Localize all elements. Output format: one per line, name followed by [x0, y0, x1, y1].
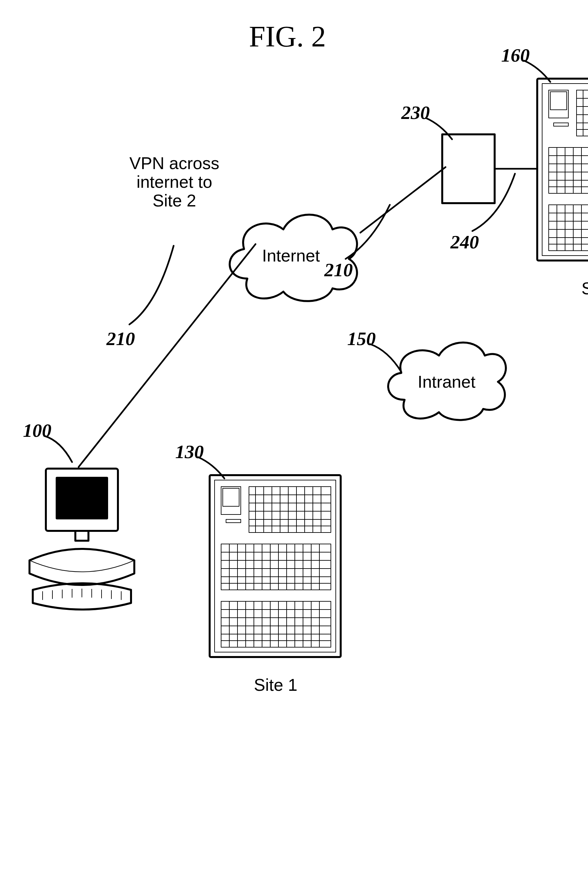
- server2-icon: [534, 75, 588, 266]
- client-ref-label: 100: [23, 419, 51, 441]
- internet-label: Internet: [262, 246, 320, 266]
- vpn-ref-left-label: 210: [106, 328, 135, 350]
- server1-site-label: Site 1: [254, 675, 297, 695]
- svg-rect-17: [223, 488, 239, 506]
- svg-rect-72: [549, 90, 568, 118]
- link2-ref-leader: [469, 170, 518, 236]
- vpn-text: VPN across internet to Site 2: [129, 154, 219, 210]
- vpn-ref-left-leader: [124, 239, 177, 338]
- vpn-ref-right-label: 210: [324, 259, 353, 281]
- svg-rect-2: [75, 531, 88, 541]
- figure-title: FIG. 2: [249, 20, 326, 53]
- server2-site-label: Site 2: [582, 279, 588, 298]
- svg-rect-15: [214, 480, 336, 652]
- intranet-ref-label: 150: [347, 328, 376, 350]
- link-box-to-server2: [495, 167, 537, 170]
- server1-icon: [206, 472, 344, 662]
- vpn-ref-right-leader: [342, 200, 395, 266]
- box-ref-label: 230: [401, 102, 430, 123]
- svg-rect-18: [226, 519, 241, 523]
- svg-rect-16: [221, 486, 241, 515]
- svg-rect-1: [56, 477, 108, 519]
- svg-rect-74: [554, 123, 568, 126]
- svg-rect-73: [550, 92, 567, 110]
- link2-ref-label: 240: [450, 231, 479, 253]
- intranet-label: Intranet: [418, 372, 476, 392]
- svg-rect-70: [537, 79, 588, 261]
- server2-ref-label: 160: [501, 44, 530, 66]
- client-workstation-icon: [23, 459, 134, 623]
- diagram-canvas: FIG. 2 100 VPN across internet to Site 2: [0, 0, 588, 872]
- server1-ref-label: 130: [175, 441, 204, 463]
